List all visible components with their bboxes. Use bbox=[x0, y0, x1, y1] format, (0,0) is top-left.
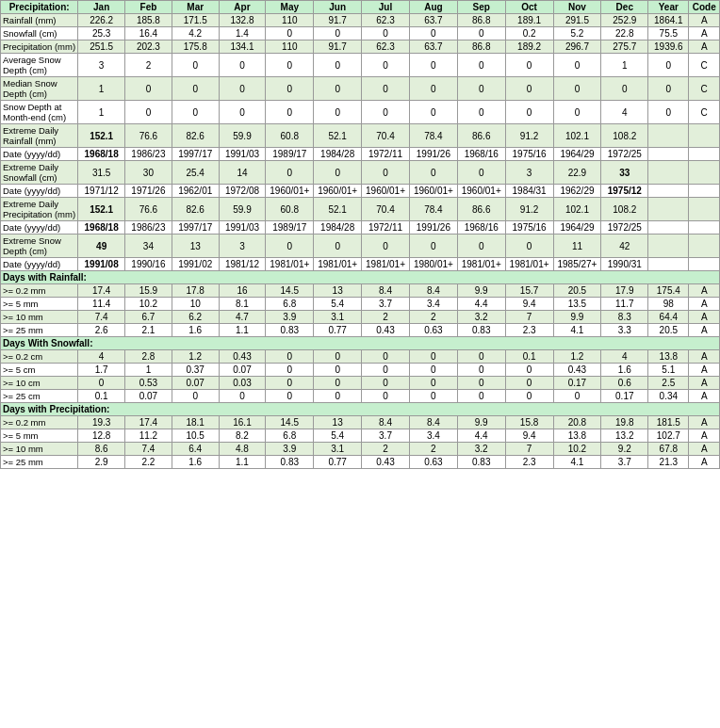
data-cell: 1986/23 bbox=[125, 148, 172, 161]
data-cell: 0 bbox=[314, 27, 362, 40]
data-cell: 11 bbox=[553, 235, 601, 258]
data-cell: 0 bbox=[314, 364, 362, 377]
data-cell: 1.6 bbox=[172, 456, 219, 469]
data-cell: 6.2 bbox=[172, 311, 219, 324]
data-cell: 0 bbox=[505, 77, 553, 101]
data-cell: A bbox=[689, 456, 720, 469]
data-cell: 0 bbox=[266, 101, 314, 124]
data-cell: 0 bbox=[409, 54, 457, 77]
data-cell: 1975/16 bbox=[505, 221, 553, 235]
data-cell: 70.4 bbox=[362, 124, 410, 148]
data-cell: 0.63 bbox=[409, 456, 457, 469]
table-row: >= 5 mm11.410.2108.16.85.43.73.44.49.413… bbox=[1, 298, 720, 311]
data-cell: 2 bbox=[409, 443, 457, 456]
data-cell: 11.7 bbox=[601, 298, 648, 311]
data-cell: 226.2 bbox=[78, 14, 125, 27]
data-cell: 20.5 bbox=[553, 284, 601, 298]
data-cell bbox=[648, 148, 689, 161]
data-cell: 1972/11 bbox=[362, 148, 410, 161]
data-cell: 12.8 bbox=[78, 429, 125, 443]
data-cell: 0.43 bbox=[219, 350, 266, 364]
data-cell: A bbox=[689, 40, 720, 54]
data-cell: 6.8 bbox=[266, 429, 314, 443]
data-cell: 0.37 bbox=[172, 364, 219, 377]
data-cell: 34 bbox=[125, 235, 172, 258]
data-cell: 13.8 bbox=[648, 350, 689, 364]
table-row: >= 25 mm2.62.11.61.10.830.770.430.630.83… bbox=[1, 324, 720, 337]
data-cell: 0 bbox=[314, 350, 362, 364]
data-cell: 16.4 bbox=[125, 27, 172, 40]
data-cell: 0 bbox=[362, 377, 410, 390]
data-cell: 7.4 bbox=[125, 443, 172, 456]
data-cell bbox=[689, 161, 720, 185]
data-cell: 110 bbox=[266, 14, 314, 27]
data-cell: 0 bbox=[409, 390, 457, 403]
data-cell: 134.1 bbox=[219, 40, 266, 54]
jan-header: Jan bbox=[78, 1, 125, 14]
table-row: >= 0.2 mm17.415.917.81614.5138.48.49.915… bbox=[1, 284, 720, 298]
data-cell: 171.5 bbox=[172, 14, 219, 27]
data-cell: 2 bbox=[409, 311, 457, 324]
data-cell: 0 bbox=[553, 77, 601, 101]
data-cell: 0 bbox=[505, 364, 553, 377]
data-cell: 5.2 bbox=[553, 27, 601, 40]
data-cell: 0 bbox=[457, 377, 505, 390]
data-cell: 2.6 bbox=[78, 324, 125, 337]
feb-header: Feb bbox=[125, 1, 172, 14]
data-cell: 1 bbox=[78, 101, 125, 124]
row-label: Rainfall (mm) bbox=[1, 14, 78, 27]
row-label: >= 25 mm bbox=[1, 324, 78, 337]
table-row: Snow Depth at Month-end (cm)100000000004… bbox=[1, 101, 720, 124]
data-cell: 202.3 bbox=[125, 40, 172, 54]
data-cell: 1984/28 bbox=[314, 148, 362, 161]
data-cell: 67.8 bbox=[648, 443, 689, 456]
data-cell: 60.8 bbox=[266, 124, 314, 148]
data-cell: 0.17 bbox=[601, 390, 648, 403]
data-cell: 3.7 bbox=[601, 456, 648, 469]
data-cell: 18.1 bbox=[172, 416, 219, 429]
data-cell: 181.5 bbox=[648, 416, 689, 429]
data-cell: 1989/17 bbox=[266, 148, 314, 161]
data-cell bbox=[689, 221, 720, 235]
table-row: Rainfall (mm)226.2185.8171.5132.811091.7… bbox=[1, 14, 720, 27]
data-cell: 10 bbox=[172, 298, 219, 311]
data-cell: 13 bbox=[314, 416, 362, 429]
data-cell: 0 bbox=[314, 390, 362, 403]
row-label: >= 25 mm bbox=[1, 456, 78, 469]
data-cell: 0 bbox=[505, 390, 553, 403]
data-cell: 78.4 bbox=[409, 124, 457, 148]
data-cell: 0 bbox=[457, 161, 505, 185]
data-cell: 0 bbox=[362, 390, 410, 403]
data-cell: 1986/23 bbox=[125, 221, 172, 235]
data-cell: 0 bbox=[457, 54, 505, 77]
data-cell: 1960/01+ bbox=[314, 185, 362, 198]
data-cell: 25.4 bbox=[172, 161, 219, 185]
data-cell: 0.77 bbox=[314, 456, 362, 469]
data-cell: 0 bbox=[362, 77, 410, 101]
row-label: >= 5 mm bbox=[1, 429, 78, 443]
data-cell: 0 bbox=[125, 77, 172, 101]
data-cell: 0 bbox=[314, 377, 362, 390]
data-cell bbox=[689, 124, 720, 148]
data-cell: 91.2 bbox=[505, 124, 553, 148]
data-cell: 0 bbox=[172, 101, 219, 124]
data-cell: 59.9 bbox=[219, 198, 266, 221]
row-label: Snow Depth at Month-end (cm) bbox=[1, 101, 78, 124]
data-cell bbox=[648, 258, 689, 271]
data-cell: 76.6 bbox=[125, 198, 172, 221]
data-cell bbox=[648, 161, 689, 185]
table-row: Extreme Daily Rainfall (mm)152.176.682.6… bbox=[1, 124, 720, 148]
data-cell: 1.1 bbox=[219, 456, 266, 469]
data-cell: A bbox=[689, 298, 720, 311]
table-row: Days With Snowfall: bbox=[1, 337, 720, 350]
data-cell: 1997/17 bbox=[172, 221, 219, 235]
data-cell: 8.3 bbox=[601, 311, 648, 324]
data-cell: 6.7 bbox=[125, 311, 172, 324]
data-cell: 1997/17 bbox=[172, 148, 219, 161]
row-label: >= 0.2 mm bbox=[1, 416, 78, 429]
data-cell: 3.3 bbox=[601, 324, 648, 337]
data-cell: 0 bbox=[409, 101, 457, 124]
data-cell: 0 bbox=[648, 77, 689, 101]
data-cell: 13.5 bbox=[553, 298, 601, 311]
data-cell: 20.5 bbox=[648, 324, 689, 337]
